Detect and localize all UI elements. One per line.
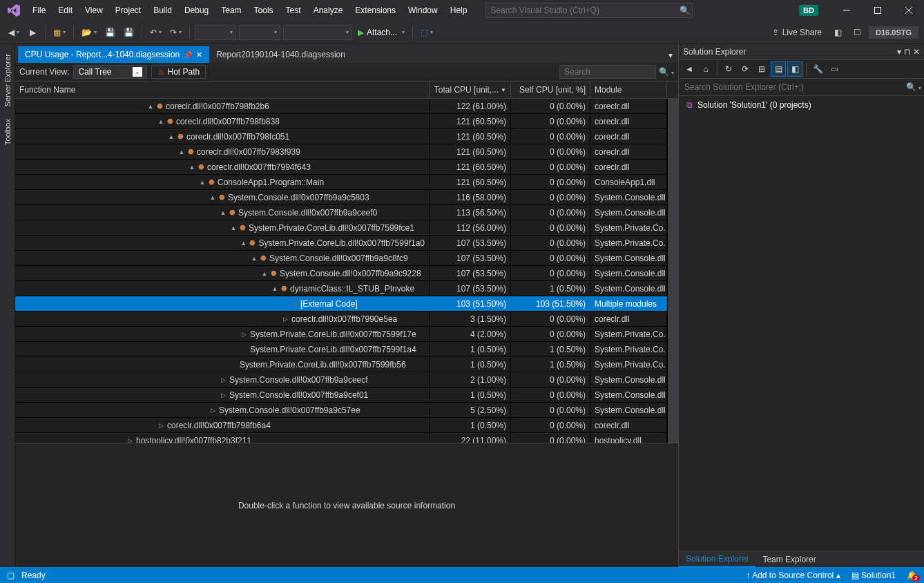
menu-analyze[interactable]: Analyze [307,0,349,21]
menu-build[interactable]: Build [147,0,178,21]
undo-button[interactable]: ↶▾ [147,25,164,40]
table-row[interactable]: ▲⬣System.Console.dll!0x007ffb9a9c5803116… [15,190,667,205]
pin-icon[interactable]: ⊓ [904,47,910,57]
table-row[interactable]: ♨[External Code]103 (51.50%)103 (51.50%)… [15,296,667,312]
save-all-button[interactable]: 💾 [121,25,137,40]
menu-extensions[interactable]: Extensions [349,0,402,21]
table-row[interactable]: System.Private.CoreLib.dll!0x007ffb7599f… [15,357,667,372]
menu-edit[interactable]: Edit [52,0,79,21]
menu-tools[interactable]: Tools [248,0,280,21]
pin-icon[interactable]: 📌 [184,51,192,59]
expander-icon[interactable]: ▲ [250,255,258,262]
expander-icon[interactable]: ▲ [167,133,175,140]
table-row[interactable]: ▷System.Console.dll!0x007ffb9a9c57ee5 (2… [15,403,667,418]
expander-icon[interactable]: ▲ [209,194,217,201]
table-row[interactable]: ▲⬣ConsoleApp1.Program::Main121 (60.50%)0… [15,175,667,190]
preview-icon[interactable]: ◧ [787,61,802,77]
table-row[interactable]: ▲⬣System.Console.dll!0x007ffb9a9c8fc9107… [15,251,667,266]
step-button[interactable]: ⬚▾ [418,25,436,40]
table-row[interactable]: ▲⬣coreclr.dll!0x007ffb798fb2b6122 (61.00… [15,99,667,114]
tab-report[interactable]: Report20190104-1040.diagsession [209,46,352,63]
table-row[interactable]: System.Private.CoreLib.dll!0x007ffb7599f… [15,342,667,357]
vertical-scrollbar[interactable] [667,99,678,443]
collapse-icon[interactable]: ⊟ [754,61,769,77]
expander-icon[interactable]: ▲ [177,149,186,155]
menu-debug[interactable]: Debug [178,0,215,21]
column-module[interactable]: Module [590,82,667,98]
table-row[interactable]: ▷System.Console.dll!0x007ffb9a9ceecf2 (1… [15,372,667,388]
live-share-button[interactable]: ⇪ Live Share [768,28,826,37]
menu-team[interactable]: Team [215,0,247,21]
expander-icon[interactable]: ▷ [219,392,227,399]
expander-icon[interactable]: ▷ [157,422,165,429]
menu-file[interactable]: File [26,0,52,21]
expander-icon[interactable]: ▲ [157,118,165,125]
expander-icon[interactable]: ▲ [219,209,227,216]
expander-icon[interactable]: ▲ [229,224,238,231]
properties-icon[interactable]: 🔧 [810,61,825,77]
search-icon[interactable]: 🔍▾ [659,67,674,77]
solution-search[interactable]: 🔍▾ [679,79,924,96]
panel-title-bar[interactable]: Solution Explorer ▾ ⊓ ✕ [679,44,924,60]
table-row[interactable]: ▲⬣System.Console.dll!0x007ffb9a9ceef0113… [15,205,667,220]
feedback-smile-icon[interactable]: ☐ [849,25,865,40]
close-button[interactable] [893,0,924,21]
close-icon[interactable]: ✕ [913,47,920,57]
nav-forward-button[interactable]: ▶ [25,25,40,40]
expander-icon[interactable]: ▷ [219,376,227,383]
home-icon[interactable]: ⌂ [698,61,713,77]
minimize-button[interactable] [831,0,862,21]
platform-combo[interactable]: ▾ [239,25,280,40]
table-row[interactable]: ▲⬣coreclr.dll!0x007ffb7983f939121 (60.50… [15,144,667,160]
expander-icon[interactable]: ▷ [209,407,217,414]
expander-icon[interactable]: ▲ [198,179,206,186]
expander-icon[interactable]: ▲ [240,240,247,247]
target-combo[interactable]: ▾ [283,25,352,40]
refresh-icon[interactable]: ⟳ [738,61,753,77]
tab-solution-explorer[interactable]: Solution Explorer [679,551,755,567]
add-source-control-button[interactable]: ↑ Add to Source Control ▴ [747,571,840,580]
table-row[interactable]: ▷System.Console.dll!0x007ffb9a9cef011 (0… [15,388,667,403]
current-view-combo[interactable]: Call Tree ⌄ [73,65,146,79]
table-row[interactable]: ▷System.Private.CoreLib.dll!0x007ffb7599… [15,327,667,342]
table-row[interactable]: ▷coreclr.dll!0x007ffb798fb6a41 (0.50%)0 … [15,418,667,433]
table-row[interactable]: ▲⬣coreclr.dll!0x007ffb7994f643121 (60.50… [15,160,667,175]
expander-icon[interactable]: ▷ [281,316,289,323]
expander-icon[interactable]: ▲ [188,164,196,171]
menu-help[interactable]: Help [444,0,474,21]
grid-body[interactable]: ▲⬣coreclr.dll!0x007ffb798fb2b6122 (61.00… [15,99,667,443]
feedback-icon[interactable]: ◧ [830,25,845,40]
maximize-button[interactable] [862,0,893,21]
menu-window[interactable]: Window [402,0,444,21]
column-total-cpu[interactable]: Total CPU [unit,...▼ [430,82,511,98]
view-icon[interactable]: ▭ [827,61,842,77]
table-row[interactable]: ▷hostpolicy.dll!0x007ffb82b3f21122 (11.0… [15,433,667,443]
search-icon[interactable]: 🔍 [677,6,692,15]
expander-icon[interactable]: ▲ [260,270,269,277]
menu-project[interactable]: Project [109,0,147,21]
user-badge[interactable]: BD [799,5,818,16]
redo-button[interactable]: ↷▾ [167,25,184,40]
config-combo[interactable]: ▾ [195,25,236,40]
expander-icon[interactable]: ▲ [271,285,279,292]
column-function-name[interactable]: Function Name [15,82,430,98]
back-icon[interactable]: ◄ [682,61,697,77]
solution-search-input[interactable] [682,82,906,92]
menu-test[interactable]: Test [280,0,307,21]
tab-overflow-button[interactable]: ▾ [663,48,678,63]
nav-back-button[interactable]: ◀▾ [6,25,22,40]
tab-cpu-usage[interactable]: CPU Usage - Report...4-1040.diagsession … [18,46,209,63]
new-project-button[interactable]: ▦▾ [50,25,68,40]
table-row[interactable]: ▲⬣coreclr.dll!0x007ffb798fc051121 (60.50… [15,129,667,144]
sync-icon[interactable]: ↻ [721,61,736,77]
tab-team-explorer[interactable]: Team Explorer [755,551,822,567]
table-row[interactable]: ▷coreclr.dll!0x007ffb7990e5ea3 (1.50%)0 … [15,312,667,327]
show-all-files-icon[interactable]: ▤ [771,61,786,77]
solution-tree[interactable]: ⧉ Solution 'Solution1' (0 projects) [679,96,924,551]
solution-status[interactable]: ▤ Solution1 [851,571,896,580]
hot-path-button[interactable]: ♨ Hot Path [151,65,206,79]
window-position-icon[interactable]: ▾ [897,47,901,57]
notifications-button[interactable]: 🔔2 [907,571,917,580]
menu-view[interactable]: View [79,0,109,21]
quick-launch-input[interactable] [486,6,677,15]
